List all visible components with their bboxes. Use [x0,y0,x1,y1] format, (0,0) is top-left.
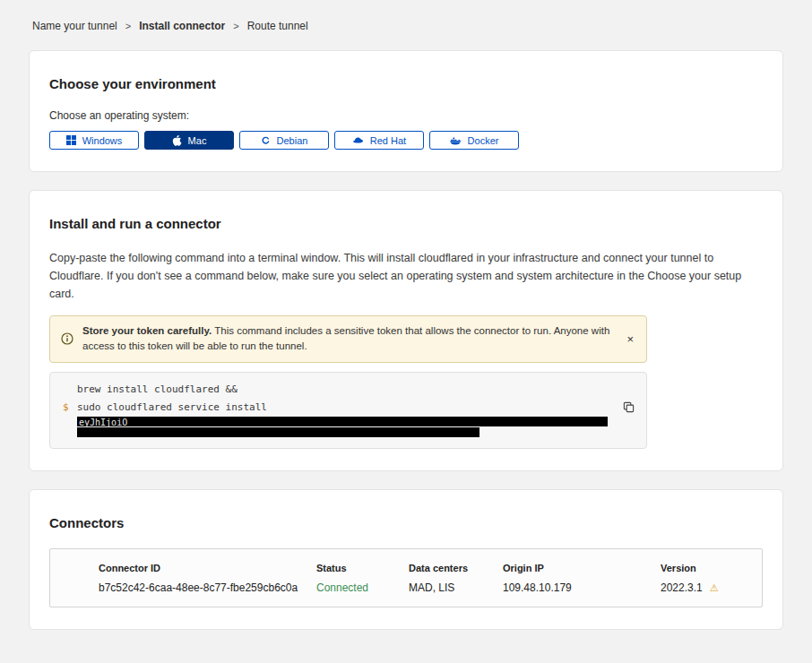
copy-icon[interactable] [623,401,635,413]
os-button-label: Windows [82,135,123,146]
breadcrumb-step-route-tunnel[interactable]: Route tunnel [247,20,308,32]
code-line-service-install: sudo cloudflared service install [77,400,634,416]
breadcrumb-separator: > [233,21,238,31]
connectors-card-title: Connectors [49,515,763,530]
code-command-content: sudo cloudflared service install eyJhIjo… [77,400,634,437]
column-header-status: Status [316,563,409,573]
status-badge: Connected [316,581,409,594]
column-header-connector-id: Connector ID [99,563,316,573]
info-icon [61,332,73,345]
install-card-title: Install and run a connector [49,216,763,231]
windows-icon [66,135,76,145]
install-command-code-block: brew install cloudflared && $ sudo cloud… [49,372,647,449]
os-button-label: Mac [188,135,207,146]
warning-title: Store your token carefully. [82,325,212,336]
os-button-label: Docker [468,135,499,146]
os-button-redhat[interactable]: Red Hat [334,131,424,150]
redacted-token-bar [77,427,479,437]
breadcrumb-separator: > [125,21,131,31]
os-select-label: Choose an operating system: [49,109,763,122]
apple-icon [172,134,182,146]
os-button-label: Red Hat [370,135,406,146]
connectors-card: Connectors Connector ID Status Data cent… [29,489,783,630]
connectors-table: Connector ID Status Data centers Origin … [49,548,763,607]
os-button-label: Debian [277,135,308,146]
code-line-brew: brew install cloudflared && [77,382,634,398]
token-prefix: eyJhIjoiO [77,418,127,427]
breadcrumb: Name your tunnel > Install connector > R… [32,20,780,32]
column-header-data-centers: Data centers [409,563,503,573]
os-button-group: Windows Mac Debian Red Hat [49,131,763,150]
shell-prompt: $ [63,400,70,437]
code-prompt-row: $ sudo cloudflared service install eyJhI… [63,400,634,437]
redacted-token-bar: eyJhIjoiO [77,417,608,426]
version-cell: 2022.3.1 ⚠ [661,581,753,594]
redhat-icon [352,136,364,144]
os-button-debian[interactable]: Debian [239,131,329,150]
version-value: 2022.3.1 [661,581,703,594]
docker-icon [450,136,462,145]
os-button-docker[interactable]: Docker [429,131,519,150]
token-warning-banner: Store your token carefully. This command… [49,315,647,363]
debian-icon [261,135,271,145]
install-card: Install and run a connector Copy-paste t… [29,190,783,471]
column-header-version: Version [661,563,753,573]
breadcrumb-step-install-connector[interactable]: Install connector [139,20,225,32]
environment-card-title: Choose your environment [49,76,763,91]
data-centers-value: MAD, LIS [409,581,503,594]
warning-triangle-icon: ⚠ [710,582,719,593]
environment-card: Choose your environment Choose an operat… [29,50,783,172]
origin-ip-value: 109.48.10.179 [503,581,661,594]
os-button-mac[interactable]: Mac [144,131,234,150]
os-button-windows[interactable]: Windows [49,131,139,150]
page: Name your tunnel > Install connector > R… [0,0,812,663]
close-icon[interactable]: × [625,333,635,345]
breadcrumb-step-name-your-tunnel[interactable]: Name your tunnel [32,20,117,32]
install-description: Copy-paste the following command into a … [49,249,763,303]
warning-text: Store your token carefully. This command… [82,323,616,355]
column-header-origin-ip: Origin IP [503,563,661,573]
connector-id-value: b7c52c42-6caa-48ee-8c77-fbe259cb6c0a [99,581,316,594]
